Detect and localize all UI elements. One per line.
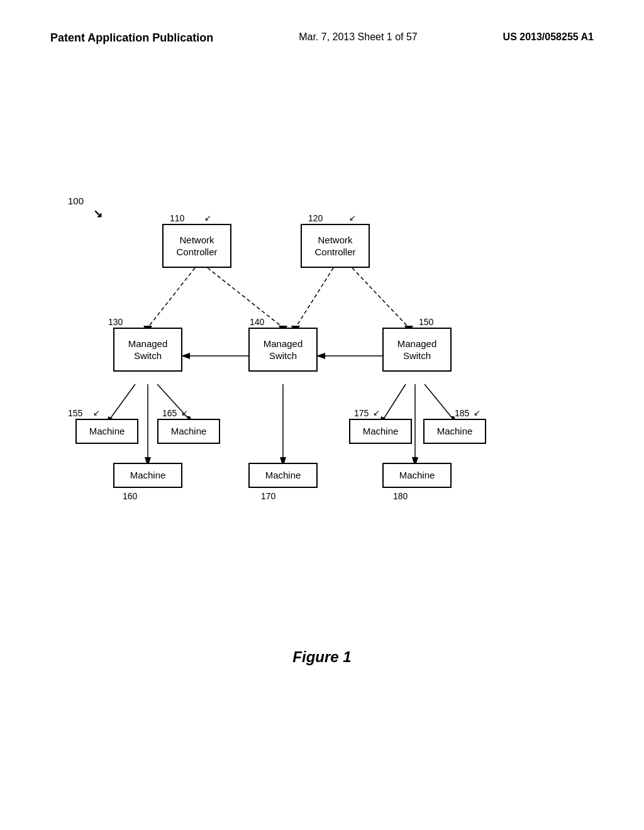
nc1-arrow-label: ↙ <box>204 213 211 223</box>
svg-line-10 <box>110 384 135 419</box>
ms1-box: ManagedSwitch <box>113 328 182 372</box>
svg-line-1 <box>208 268 283 328</box>
nc2-box: NetworkController <box>301 224 370 268</box>
m185-ref: 185 <box>455 408 469 418</box>
m155-box: Machine <box>75 419 138 444</box>
m155-arrow: ↙ <box>93 408 100 418</box>
m165-box: Machine <box>157 419 220 444</box>
ms3-box: ManagedSwitch <box>382 328 452 372</box>
ms2-box: ManagedSwitch <box>248 328 318 372</box>
m175-arrow: ↙ <box>373 408 380 418</box>
m155-ref: 155 <box>68 408 82 418</box>
svg-line-3 <box>352 268 409 328</box>
svg-marker-8 <box>316 353 325 359</box>
svg-line-0 <box>148 268 195 328</box>
m170-box: Machine <box>248 463 318 488</box>
header-date-sheet: Mar. 7, 2013 Sheet 1 of 57 <box>299 31 418 43</box>
nc1-ref: 110 <box>170 213 184 223</box>
ms1-ref: 130 <box>108 317 123 327</box>
ref-100-label: 100 <box>68 196 84 206</box>
nc1-box: NetworkController <box>162 224 231 268</box>
m185-box: Machine <box>423 419 486 444</box>
diagram-svg <box>0 70 644 636</box>
header-publication: Patent Application Publication <box>50 31 213 45</box>
nc2-ref: 120 <box>308 213 323 223</box>
m175-box: Machine <box>349 419 412 444</box>
svg-marker-5 <box>181 353 190 359</box>
m160-box: Machine <box>113 463 182 488</box>
figure-label: Figure 1 <box>0 648 644 666</box>
diagram-area: 100 ↘ <box>0 70 644 636</box>
m180-ref: 180 <box>393 491 408 501</box>
ms3-ref: 150 <box>419 317 433 327</box>
m170-ref: 170 <box>261 491 275 501</box>
nc2-arrow-label: ↙ <box>349 213 356 223</box>
ms2-ref: 140 <box>250 317 264 327</box>
svg-line-20 <box>425 384 453 419</box>
arrow-100: ↘ <box>93 207 103 221</box>
header-patent-number: US 2013/058255 A1 <box>503 31 594 43</box>
m185-arrow: ↙ <box>474 408 480 418</box>
svg-line-18 <box>384 384 406 419</box>
m175-ref: 175 <box>354 408 369 418</box>
m165-arrow: ↙ <box>181 408 188 418</box>
m165-ref: 165 <box>162 408 177 418</box>
m180-box: Machine <box>382 463 452 488</box>
m160-ref: 160 <box>123 491 137 501</box>
page-header: Patent Application Publication Mar. 7, 2… <box>0 0 644 45</box>
svg-line-2 <box>296 268 333 328</box>
